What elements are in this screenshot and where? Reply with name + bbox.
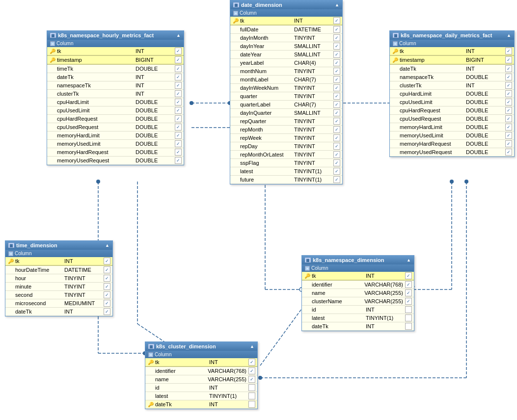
collapse-btn-time[interactable]: ▲ — [105, 243, 109, 248]
table-row: id INT — [145, 384, 257, 392]
table-row: dateTk INT — [302, 322, 414, 331]
table-row: 🔑 tk INT — [47, 47, 184, 56]
table-row: memoryHardRequest DOUBLE — [47, 148, 184, 157]
check-box — [248, 393, 255, 399]
table-row: monthLabel CHAR(7) — [230, 76, 342, 84]
collapse-btn-cluster[interactable]: ▲ — [250, 344, 254, 349]
col-icon: ≡ — [233, 11, 238, 16]
table-row: memoryHardLimit DOUBLE — [47, 131, 184, 140]
check-box — [175, 90, 182, 97]
collapse-btn-date[interactable]: ▲ — [335, 2, 339, 7]
table-row: sspFlag TINYINT — [230, 159, 342, 167]
table-k8s-hourly: ▦ k8s_namespace_hourly_metrics_fact ▲ ≡ … — [47, 30, 184, 165]
table-row: cpuHardLimit DOUBLE — [47, 98, 184, 106]
check-box — [333, 34, 340, 41]
collapse-btn-namespace[interactable]: ▲ — [407, 258, 411, 262]
table-row: 🔑 timestamp BIGINT — [47, 56, 184, 65]
check-box — [333, 134, 340, 141]
table-row: namespaceTk INT — [47, 81, 184, 90]
table-row: cpuUsedRequest DOUBLE — [390, 115, 514, 123]
check-box — [505, 65, 512, 72]
table-row: 🔑 timestamp BIGINT — [390, 56, 514, 65]
key-icon: 🔑 — [7, 259, 14, 264]
check-box — [248, 368, 255, 374]
table-row: latest TINYINT(1) — [230, 167, 342, 176]
check-box — [248, 376, 255, 383]
check-box — [175, 56, 182, 63]
table-header-k8s-hourly: ▦ k8s_namespace_hourly_metrics_fact ▲ — [47, 31, 184, 40]
table-row: 🔑 tk INT — [5, 257, 112, 266]
table-namespace-dim: ▦ k8s_namespace_dimension ▲ ≡ Column 🔑 t… — [301, 255, 414, 331]
table-icon: ▦ — [305, 258, 311, 262]
table-row: namespaceTk DOUBLE — [390, 73, 514, 81]
svg-point-2 — [190, 101, 193, 105]
collapse-btn-daily[interactable]: ▲ — [507, 33, 511, 38]
check-box — [104, 283, 110, 290]
table-cluster-dim: ▦ k8s_cluster_dimension ▲ ≡ Column 🔑 tk … — [145, 341, 258, 409]
table-body-hourly: 🔑 tk INT 🔑 timestamp BIGINT timeTk DOUBL… — [47, 47, 184, 165]
table-row: memoryUsedRequest DOUBLE — [390, 148, 514, 157]
table-row: memoryUsedLimit DOUBLE — [47, 140, 184, 148]
table-row: hour TINYINT — [5, 274, 112, 283]
check-box — [175, 124, 182, 131]
table-row: minute TINYINT — [5, 283, 112, 291]
table-row: repMonthOrLatest TINYINT — [230, 151, 342, 159]
table-k8s-daily: ▦ k8s_namespace_daily_metrics_fact ▲ ≡ C… — [389, 30, 515, 157]
table-row: repDay TINYINT — [230, 142, 342, 151]
table-row: cpuHardLimit DOUBLE — [390, 90, 514, 98]
check-box — [505, 90, 512, 97]
svg-line-25 — [260, 309, 301, 366]
check-box — [175, 107, 182, 114]
table-row: quarterLabel CHAR(7) — [230, 101, 342, 109]
table-body-daily: 🔑 tk INT 🔑 timestamp BIGINT dateTk INT n… — [390, 47, 514, 157]
check-box — [175, 65, 182, 72]
check-box — [333, 143, 340, 150]
table-row: 🔑 tk INT — [230, 17, 342, 26]
check-box — [333, 17, 340, 24]
check-box — [333, 176, 340, 183]
check-box — [333, 59, 340, 66]
check-box — [175, 48, 182, 54]
diagram-canvas: ▦ k8s_namespace_hourly_metrics_fact ▲ ≡ … — [0, 0, 517, 420]
key-icon: 🔑 — [392, 57, 399, 63]
key-icon: 🔑 — [49, 57, 56, 63]
check-box — [333, 159, 340, 166]
col-icon: ≡ — [50, 41, 55, 46]
check-box — [333, 101, 340, 108]
table-row: future TINYINT(1) — [230, 176, 342, 184]
key-icon: 🔑 — [304, 273, 311, 279]
table-row: latest TINYINT(1) — [145, 392, 257, 400]
check-box — [333, 76, 340, 83]
table-icon: ▦ — [8, 243, 14, 248]
check-box — [405, 306, 412, 313]
table-row: dayInMonth TINYINT — [230, 34, 342, 42]
col-icon: ≡ — [8, 251, 13, 256]
check-box — [104, 266, 110, 273]
table-row: dayInWeekNum TINYINT — [230, 84, 342, 92]
table-row: memoryHardRequest DOUBLE — [390, 140, 514, 148]
svg-point-19 — [450, 180, 454, 184]
table-header-time: ▦ time_dimension ▲ — [5, 241, 112, 250]
table-row: latest TINYINT(1) — [302, 314, 414, 322]
check-box — [505, 115, 512, 122]
key-icon: 🔑 — [147, 360, 154, 365]
check-box — [104, 258, 110, 264]
collapse-btn-hourly[interactable]: ▲ — [176, 33, 181, 38]
check-box — [175, 82, 182, 89]
check-box — [333, 126, 340, 133]
check-box — [333, 93, 340, 100]
check-box — [175, 132, 182, 139]
col-subheader-daily: ≡ Column — [390, 40, 514, 47]
table-row: dayInYear SMALLINT — [230, 42, 342, 51]
table-header-date: ▦ date_dimension ▲ — [230, 0, 342, 9]
table-row: repQuarter TINYINT — [230, 117, 342, 126]
check-box — [505, 107, 512, 114]
table-row: cpuHardRequest DOUBLE — [390, 106, 514, 115]
table-time-dim: ▦ time_dimension ▲ ≡ Column 🔑 tk INT hou… — [5, 240, 113, 316]
check-box — [505, 56, 512, 63]
table-row: monthNum TINYINT — [230, 67, 342, 76]
table-row: repMonth TINYINT — [230, 126, 342, 134]
check-box — [505, 74, 512, 80]
check-box — [405, 281, 412, 288]
check-box — [248, 401, 255, 408]
